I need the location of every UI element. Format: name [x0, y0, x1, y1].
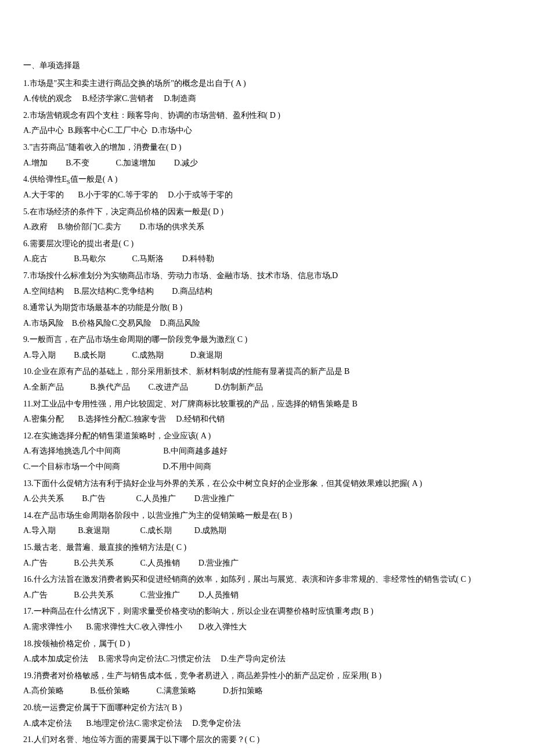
options-row: A.需求弹性小 B.需求弹性大C.收入弹性小 D.收入弹性大: [23, 620, 511, 635]
question-text: 4.供给弹性ES值一般是( A ): [23, 172, 511, 188]
options-row: A.广告 B.公共关系 C.营业推广 D.人员推销: [23, 588, 511, 603]
option: C.需求定价法: [134, 716, 192, 732]
question-text: 17.一种商品在什么情况下，则需求量受价格变动的影响大，所以企业在调整价格时应慎…: [23, 604, 511, 620]
option: A.全新产品: [23, 380, 90, 395]
option: A.广告: [23, 556, 74, 571]
option: C.工厂中心: [107, 123, 151, 139]
option: A.导入期: [23, 348, 74, 363]
option: A.大于零的: [23, 188, 78, 203]
question-text: 21.人们对名誉、地位等方面的需要属于以下哪个层次的需要？( C ): [23, 732, 511, 748]
option: C.营业推广: [140, 588, 198, 603]
option: C.一个目标市场一个中间商: [23, 459, 163, 475]
question-text: 13.下面什么促销方法有利于搞好企业与外界的关系，在公众中树立良好的企业形象，但…: [23, 476, 511, 492]
option: D.营业推广: [194, 491, 235, 507]
option: B.广告: [82, 491, 136, 507]
option: D.衰退期: [190, 348, 223, 363]
option: A.市场风险: [23, 316, 72, 332]
question-17: 17.一种商品在什么情况下，则需求量受价格变动的影响大，所以企业在调整价格时应慎…: [23, 604, 511, 635]
option: C.习惯定价法: [163, 651, 221, 667]
option: A.产品中心: [23, 123, 68, 139]
option: C.营销者: [122, 91, 164, 107]
options-row: A.高价策略 B.低价策略 C.满意策略 D.折扣策略: [23, 683, 511, 699]
option: B.层次结构: [74, 284, 114, 300]
option: C.人员推销: [140, 556, 198, 571]
option: B.需求导向定价法: [98, 651, 163, 667]
options-row: A.成本加成定价法 B.需求导向定价法C.习惯定价法 D.生产导向定价法: [23, 651, 511, 667]
question-19: 19.消费者对价格敏感，生产与销售成本低，竞争者易进入，商品差异性小的新产品定价…: [23, 668, 511, 699]
question-1: 1.市场是"买主和卖主进行商品交换的场所"的概念是出自于( A )A.传统的观念…: [23, 76, 511, 107]
option: D.收入弹性大: [199, 620, 247, 635]
question-9: 9.一般而言，在产品市场生命周期的哪一阶段竞争最为激烈( C )A.导入期 B.…: [23, 332, 511, 363]
question-5: 5.在市场经济的条件下，决定商品价格的因素一般是( D )A.政府 B.物价部门…: [23, 204, 511, 235]
option: B.低价策略: [90, 683, 156, 699]
option: D.小于或等于零的: [168, 188, 233, 203]
option: D.商品风险: [160, 316, 200, 332]
question-text: 1.市场是"买主和卖主进行商品交换的场所"的概念是出自于( A ): [23, 76, 511, 92]
question-20: 20.统一运费定价属于下面哪种定价方法?( B )A.成本定价法 B.地理定价法…: [23, 700, 511, 731]
question-text: 8.通常认为期货市场最基本的功能是分散( B ): [23, 300, 511, 316]
question-text: 15.最古老、最普遍、最直接的推销方法是( C ): [23, 540, 511, 556]
option: B.选择性分配: [78, 412, 126, 427]
option: D.市场中心: [151, 123, 192, 139]
question-18: 18.按领袖价格定价，属于( D )A.成本加成定价法 B.需求导向定价法C.习…: [23, 636, 511, 667]
question-text: 7.市场按什么标准划分为实物商品市场、劳动力市场、金融市场、技术市场、信息市场,…: [23, 268, 511, 284]
option: C.卖方: [98, 219, 139, 235]
options-row: A.庇古 B.马歇尔 C.马斯洛 D.科特勒: [23, 251, 511, 267]
option: A.空间结构: [23, 284, 74, 300]
question-10: 10.企业在原有产品的基础上，部分采用新技术、新材料制成的性能有显著提高的新产品…: [23, 364, 511, 395]
option: C.收入弹性小: [134, 620, 199, 635]
option: D.商品结构: [172, 284, 212, 300]
options-row: A.广告 B.公共关系 C.人员推销 D.营业推广: [23, 556, 511, 571]
option: A.导入期: [23, 523, 78, 539]
option: C.成长期: [140, 523, 194, 539]
option: D.仿制新产品: [215, 380, 264, 395]
question-text: 12.在实施选择分配的销售渠道策略时，企业应该( A ): [23, 429, 511, 444]
question-text: 2.市场营销观念有四个支柱：顾客导向、协调的市场营销、盈利性和( D ): [23, 108, 511, 124]
option: D.经销和代销: [176, 412, 225, 427]
question-12: 12.在实施选择分配的销售渠道策略时，企业应该( A )A.有选择地挑选几个中间…: [23, 429, 511, 475]
option: A.庇古: [23, 251, 74, 267]
option: D.不用中间商: [163, 459, 211, 475]
option: B.经济学家: [82, 91, 122, 107]
question-13: 13.下面什么促销方法有利于搞好企业与外界的关系，在公众中树立良好的企业形象，但…: [23, 476, 511, 507]
options-row: A.密集分配 B.选择性分配C.独家专营 D.经销和代销: [23, 412, 511, 427]
options-row: A.政府 B.物价部门C.卖方 D.市场的供求关系: [23, 219, 511, 235]
option: A.成本定价法: [23, 716, 86, 732]
question-text: 14.在产品市场生命周期各阶段中，以营业推广为主的促销策略一般是在( B ): [23, 508, 511, 524]
options-row: A.市场风险 B.价格风险C.交易风险 D.商品风险: [23, 316, 511, 332]
option: A.有选择地挑选几个中间商: [23, 444, 163, 459]
question-14: 14.在产品市场生命周期各阶段中，以营业推广为主的促销策略一般是在( B )A.…: [23, 508, 511, 539]
question-text: 3."吉芬商品"随着收入的增加，消费量在( D ): [23, 140, 511, 156]
option: D.制造商: [164, 91, 196, 107]
option: A.成本加成定价法: [23, 651, 98, 667]
option: B.价格风险: [72, 316, 112, 332]
option: B.衰退期: [78, 523, 140, 539]
option: D.科特勒: [182, 251, 215, 267]
option: B.物价部门: [57, 219, 98, 235]
option: C.马斯洛: [132, 251, 182, 267]
option: A.需求弹性小: [23, 620, 86, 635]
option: D.折扣策略: [223, 683, 264, 699]
option: D.人员推销: [199, 588, 239, 603]
option: D.减少: [174, 156, 199, 171]
option: D.竞争定价法: [192, 716, 241, 732]
question-21: 21.人们对名誉、地位等方面的需要属于以下哪个层次的需要？( C ): [23, 732, 511, 748]
section-title: 一、单项选择题: [23, 58, 511, 74]
options-row: A.导入期 B.成长期 C.成熟期 D.衰退期: [23, 348, 511, 363]
question-text: 18.按领袖价格定价，属于( D ): [23, 636, 511, 652]
option: C.满意策略: [156, 683, 222, 699]
option: B.顾客中心: [68, 123, 108, 139]
question-11: 11.对工业品中专用性强，用户比较固定、对厂牌商标比较重视的产品，应选择的销售策…: [23, 397, 511, 427]
option: C.交易风险: [111, 316, 160, 332]
option: B.公共关系: [74, 588, 140, 603]
option: B.换代产品: [90, 380, 148, 395]
option: C.等于零的: [118, 188, 168, 203]
question-15: 15.最古老、最普遍、最直接的推销方法是( C )A.广告 B.公共关系 C.人…: [23, 540, 511, 571]
option: D.营业推广: [199, 556, 239, 571]
question-text: 6.需要层次理论的提出者是( C ): [23, 236, 511, 252]
option: C.人员推广: [136, 491, 194, 507]
questions-list: 1.市场是"买主和卖主进行商品交换的场所"的概念是出自于( A )A.传统的观念…: [23, 76, 511, 748]
option: B.不变: [66, 156, 116, 171]
options-row: A.传统的观念 B.经济学家C.营销者 D.制造商: [23, 91, 511, 107]
option: D.生产导向定价法: [221, 651, 286, 667]
